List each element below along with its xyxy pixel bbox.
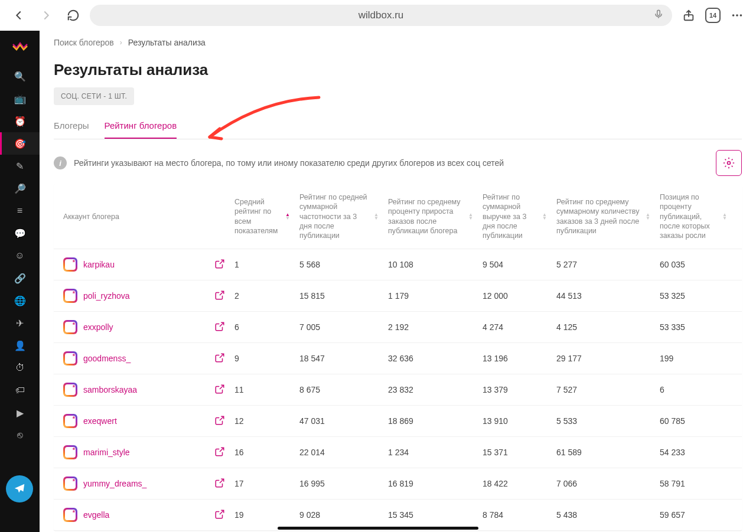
sidebar-item-alarm[interactable]: ⏰ — [0, 110, 40, 132]
th-position[interactable]: Позиция по проценту публикаций, после ко… — [655, 192, 732, 240]
reload-button[interactable] — [63, 5, 84, 26]
sidebar-item-list[interactable]: ≡ — [0, 200, 40, 222]
account-link[interactable]: exeqwert — [83, 416, 117, 426]
external-link-icon[interactable] — [214, 415, 225, 427]
sidebar-item-tag[interactable]: 🏷 — [0, 379, 40, 402]
table-row: exeqwert1247 03118 86913 9105 53360 785 — [54, 406, 742, 437]
sidebar-item-globe[interactable]: 🌐 — [0, 289, 40, 312]
instagram-icon — [63, 320, 77, 334]
social-count-pill[interactable]: СОЦ. СЕТИ - 1 ШТ. — [54, 87, 134, 105]
sidebar-item-logout[interactable]: ⎋ — [0, 424, 40, 446]
cell-orders: 7 066 — [552, 479, 655, 488]
table-row: karpikau15 56810 1089 5045 27760 035 — [54, 249, 742, 280]
account-link[interactable]: poli_ryzhova — [83, 291, 130, 301]
cell-orders: 7 527 — [552, 385, 655, 394]
svg-point-4 — [740, 14, 742, 17]
settings-button[interactable] — [716, 150, 742, 176]
back-button[interactable] — [8, 5, 30, 26]
cell-avg: 6 — [230, 322, 295, 332]
more-button[interactable] — [726, 5, 748, 26]
cell-avg: 2 — [230, 291, 295, 301]
th-avg-rating[interactable]: Средний рейтинг по всем показателям▲▼ — [230, 192, 295, 240]
sidebar-item-send[interactable]: ✈ — [0, 312, 40, 334]
cell-revenue: 13 379 — [478, 385, 552, 394]
sidebar-item-edit[interactable]: ✎ — [0, 155, 40, 177]
th-orders-growth[interactable]: Рейтинг по среднему проценту прироста за… — [383, 192, 478, 240]
sidebar-item-clock[interactable]: ⏱ — [0, 357, 40, 379]
cell-growth: 23 832 — [383, 385, 478, 394]
external-link-icon[interactable] — [214, 321, 225, 334]
sidebar-item-tv[interactable]: 📺 — [0, 87, 40, 110]
cell-growth: 15 345 — [383, 510, 478, 520]
sidebar-item-youtube[interactable]: ▶ — [0, 402, 40, 424]
instagram-icon — [63, 445, 77, 459]
page-title: Результаты анализа — [54, 61, 742, 79]
sidebar-item-zoom[interactable]: 🔎 — [0, 177, 40, 200]
external-link-icon[interactable] — [214, 446, 225, 459]
sidebar-item-search[interactable]: 🔍 — [0, 65, 40, 87]
browser-toolbar: wildbox.ru 14 — [0, 0, 756, 31]
cell-freq: 5 568 — [295, 260, 383, 269]
account-link[interactable]: goodmenss_ — [83, 354, 131, 363]
sidebar-item-user[interactable]: 👤 — [0, 334, 40, 357]
account-link[interactable]: evgella — [83, 510, 109, 520]
cell-orders: 29 177 — [552, 354, 655, 363]
url-bar[interactable]: wildbox.ru — [90, 5, 672, 26]
cell-growth: 18 869 — [383, 416, 478, 426]
account-link[interactable]: marimi_style — [83, 448, 130, 457]
instagram-icon — [63, 476, 77, 491]
cell-avg: 9 — [230, 354, 295, 363]
sidebar-item-link[interactable]: 🔗 — [0, 267, 40, 289]
th-freq[interactable]: Рейтинг по средней суммарной частотности… — [295, 192, 383, 240]
account-link[interactable]: exxpolly — [83, 322, 113, 332]
instagram-icon — [63, 351, 77, 365]
share-button[interactable] — [678, 5, 699, 26]
external-link-icon[interactable] — [214, 478, 225, 490]
cell-freq: 22 014 — [295, 448, 383, 457]
sidebar-item-smile[interactable]: ☺ — [0, 244, 40, 267]
forward-button[interactable] — [35, 5, 57, 26]
tabs: Блогеры Рейтинг блогеров — [54, 116, 742, 139]
instagram-icon — [63, 289, 77, 303]
cell-position: 199 — [655, 354, 732, 363]
table-row: exxpolly67 0052 1924 2744 12553 335 — [54, 312, 742, 343]
cell-growth: 1 234 — [383, 448, 478, 457]
cell-freq: 47 031 — [295, 416, 383, 426]
cell-growth: 32 636 — [383, 354, 478, 363]
svg-point-3 — [736, 14, 738, 17]
external-link-icon[interactable] — [214, 259, 225, 271]
sidebar-item-target[interactable]: 🎯 — [0, 132, 40, 155]
app-logo[interactable] — [11, 37, 29, 54]
cell-growth: 16 819 — [383, 479, 478, 488]
account-link[interactable]: yummy_dreams_ — [83, 479, 146, 488]
external-link-icon[interactable] — [214, 384, 225, 396]
chevron-right-icon: › — [120, 38, 122, 47]
cell-growth: 10 108 — [383, 260, 478, 269]
tabs-button[interactable]: 14 — [705, 8, 721, 23]
svg-rect-0 — [657, 10, 660, 15]
th-account[interactable]: Аккаунт блогера — [58, 192, 230, 240]
telegram-fab[interactable] — [6, 475, 33, 502]
main-content: Поиск блогеров › Результаты анализа Резу… — [40, 31, 756, 532]
th-revenue[interactable]: Рейтинг по суммарной выручке за 3 дня по… — [478, 192, 552, 240]
mic-icon[interactable] — [653, 9, 664, 22]
cell-position: 53 325 — [655, 291, 732, 301]
cell-orders: 44 513 — [552, 291, 655, 301]
th-orders-count[interactable]: Рейтинг по среднему суммарному количеств… — [552, 192, 655, 240]
cell-position: 60 035 — [655, 260, 732, 269]
cell-avg: 11 — [230, 385, 295, 394]
cell-orders: 5 438 — [552, 510, 655, 520]
cell-revenue: 18 422 — [478, 479, 552, 488]
tab-rating[interactable]: Рейтинг блогеров — [105, 116, 177, 139]
cell-freq: 9 028 — [295, 510, 383, 520]
cell-position: 60 785 — [655, 416, 732, 426]
tab-bloggers[interactable]: Блогеры — [54, 116, 89, 139]
external-link-icon[interactable] — [214, 290, 225, 302]
sidebar-item-chat[interactable]: 💬 — [0, 222, 40, 244]
breadcrumb-root[interactable]: Поиск блогеров — [54, 38, 114, 47]
external-link-icon[interactable] — [214, 509, 225, 521]
sidebar: 🔍 📺 ⏰ 🎯 ✎ 🔎 ≡ 💬 ☺ 🔗 🌐 ✈ 👤 ⏱ 🏷 ▶ ⎋ — [0, 31, 40, 532]
external-link-icon[interactable] — [214, 353, 225, 365]
account-link[interactable]: karpikau — [83, 260, 115, 269]
account-link[interactable]: samborskayaa — [83, 385, 137, 394]
